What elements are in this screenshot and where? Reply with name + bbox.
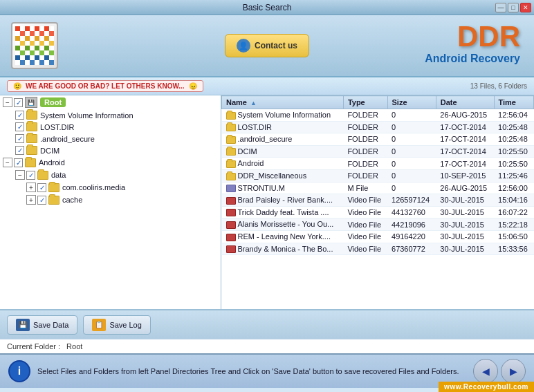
rating-label[interactable]: 🙂 WE ARE GOOD OR BAD? LET OTHERS KNOW...… bbox=[7, 80, 203, 92]
tree-item-lostdir[interactable]: LOST.DIR bbox=[0, 121, 221, 133]
col-name[interactable]: Name ▲ bbox=[222, 96, 344, 109]
tree-checkbox-android[interactable] bbox=[14, 158, 23, 167]
tree-item-android[interactable]: − Android bbox=[0, 156, 221, 169]
logo-checkerboard bbox=[15, 26, 54, 65]
tree-item-svi[interactable]: System Volume Information bbox=[0, 109, 221, 121]
table-row[interactable]: LOST.DIR FOLDER 0 17-OCT-2014 10:25:48 bbox=[222, 121, 534, 133]
folder-icon bbox=[226, 112, 236, 120]
close-btn[interactable]: ✕ bbox=[520, 3, 531, 12]
forward-button[interactable]: ▶ bbox=[501, 359, 526, 384]
window-title: Basic Search bbox=[243, 3, 292, 12]
cell-name: .android_secure bbox=[222, 133, 344, 146]
tree-expander-android[interactable]: − bbox=[3, 158, 12, 167]
cell-type: Video File bbox=[343, 194, 387, 207]
save-log-icon: 📋 bbox=[92, 319, 106, 331]
cell-date: 30-JUL-2015 bbox=[436, 230, 494, 243]
cell-size: 126597124 bbox=[387, 194, 436, 207]
cell-name: DCIM bbox=[222, 145, 344, 158]
tree-item-data[interactable]: − data bbox=[0, 169, 221, 181]
cell-size: 0 bbox=[387, 109, 436, 122]
folder-icon-cooliris bbox=[48, 183, 59, 192]
table-row[interactable]: .android_secure FOLDER 0 17-OCT-2014 10:… bbox=[222, 133, 534, 146]
tree-label-svi: System Volume Information bbox=[40, 111, 134, 120]
cell-time: 10:25:50 bbox=[494, 145, 533, 158]
file-list-scroll[interactable]: Name ▲ Type Size Date Time System Volume… bbox=[221, 95, 534, 309]
save-data-button[interactable]: 💾 Save Data bbox=[7, 315, 77, 335]
cell-date: 30-JUL-2015 bbox=[436, 243, 494, 255]
cell-name: STRONTIU.M bbox=[222, 182, 344, 194]
table-row[interactable]: Brandy & Monica - The Bo... Video File 6… bbox=[222, 243, 534, 255]
tree-expander-root[interactable]: − bbox=[3, 97, 12, 107]
cell-time: 16:07:22 bbox=[494, 206, 533, 218]
files-count: 13 Files, 6 Folders bbox=[470, 82, 527, 90]
brand-subtitle: Android Recovery bbox=[425, 53, 520, 65]
brand-title: DDR bbox=[457, 22, 520, 51]
table-row[interactable]: Trick Daddy feat. Twista .... Video File… bbox=[222, 206, 534, 218]
col-date[interactable]: Date bbox=[436, 96, 494, 109]
logo-box bbox=[11, 22, 58, 69]
table-row[interactable]: Brad Paisley - River Bank.... Video File… bbox=[222, 194, 534, 207]
tree-label-lostdir: LOST.DIR bbox=[40, 123, 75, 131]
tree-checkbox-cache[interactable] bbox=[37, 196, 46, 205]
minimize-btn[interactable]: — bbox=[495, 3, 506, 12]
table-row[interactable]: REM - Leaving New York.... Video File 49… bbox=[222, 230, 534, 243]
folder-icon bbox=[226, 160, 236, 168]
tree-checkbox-root[interactable] bbox=[14, 98, 23, 107]
folder-icon-android bbox=[25, 158, 36, 167]
table-row[interactable]: STRONTIU.M M File 0 26-AUG-2015 12:56:00 bbox=[222, 182, 534, 194]
tree-label-root: Root bbox=[40, 97, 66, 107]
table-row[interactable]: DDR_Miscellaneous FOLDER 0 10-SEP-2015 1… bbox=[222, 169, 534, 182]
save-log-button[interactable]: 📋 Save Log bbox=[83, 315, 150, 335]
table-row[interactable]: Android FOLDER 0 17-OCT-2014 10:25:50 bbox=[222, 158, 534, 170]
cell-name: LOST.DIR bbox=[222, 121, 344, 133]
tree-checkbox-cooliris[interactable] bbox=[37, 183, 46, 192]
back-button[interactable]: ◀ bbox=[473, 359, 498, 384]
video-icon bbox=[226, 245, 236, 253]
cell-size: 0 bbox=[387, 182, 436, 194]
tree-label-android: Android bbox=[39, 158, 65, 167]
cell-date: 17-OCT-2014 bbox=[436, 158, 494, 170]
col-time[interactable]: Time bbox=[494, 96, 533, 109]
cell-type: FOLDER bbox=[343, 133, 387, 146]
tree-item-cache[interactable]: + cache bbox=[0, 194, 221, 206]
maximize-btn[interactable]: □ bbox=[508, 3, 519, 12]
tree-label-cache: cache bbox=[62, 196, 82, 204]
cell-name: Brad Paisley - River Bank.... bbox=[222, 194, 344, 207]
contact-button[interactable]: 👤 Contact us bbox=[225, 34, 309, 57]
table-row[interactable]: System Volume Information FOLDER 0 26-AU… bbox=[222, 109, 534, 122]
cell-size: 0 bbox=[387, 133, 436, 146]
tree-checkbox-androidsecure[interactable] bbox=[15, 134, 24, 143]
status-message: Select Files and Folders from left Panel… bbox=[37, 367, 466, 375]
col-type[interactable]: Type bbox=[343, 96, 387, 109]
tree-item-androidsecure[interactable]: .android_secure bbox=[0, 133, 221, 144]
table-row[interactable]: DCIM FOLDER 0 17-OCT-2014 10:25:50 bbox=[222, 145, 534, 158]
col-size[interactable]: Size bbox=[387, 96, 436, 109]
current-folder-label: Current Folder : bbox=[7, 342, 60, 351]
root-drive-icon: 💾 bbox=[25, 97, 37, 108]
tree-expander-cache[interactable]: + bbox=[26, 195, 36, 205]
cell-type: FOLDER bbox=[343, 169, 387, 182]
tree-checkbox-lostdir[interactable] bbox=[15, 122, 24, 131]
cell-time: 15:33:56 bbox=[494, 243, 533, 255]
cell-name: System Volume Information bbox=[222, 109, 344, 122]
file-table: Name ▲ Type Size Date Time System Volume… bbox=[221, 95, 534, 255]
folder-icon bbox=[226, 136, 236, 144]
tree-label-data: data bbox=[51, 171, 66, 179]
table-row[interactable]: Alanis Morissette - You Ou... Video File… bbox=[222, 218, 534, 231]
tree-item-dcim[interactable]: DCIM bbox=[0, 144, 221, 156]
tree-item-root[interactable]: − 💾 Root bbox=[0, 95, 221, 109]
tree-expander-cooliris[interactable]: + bbox=[26, 183, 36, 192]
left-panel-tree[interactable]: − 💾 Root System Volume Information LOST.… bbox=[0, 95, 221, 309]
folder-icon-cache bbox=[48, 196, 59, 205]
tree-checkbox-dcim[interactable] bbox=[15, 146, 24, 155]
tree-item-cooliris[interactable]: + com.cooliris.media bbox=[0, 181, 221, 194]
cell-type: FOLDER bbox=[343, 121, 387, 133]
cell-date: 30-JUL-2015 bbox=[436, 218, 494, 231]
tree-checkbox-data[interactable] bbox=[26, 171, 35, 180]
tree-expander-data[interactable]: − bbox=[15, 170, 25, 180]
cell-time: 15:04:16 bbox=[494, 194, 533, 207]
tree-checkbox-svi[interactable] bbox=[15, 111, 24, 120]
cell-date: 26-AUG-2015 bbox=[436, 109, 494, 122]
cell-type: Video File bbox=[343, 206, 387, 218]
folder-icon-data bbox=[37, 171, 48, 180]
